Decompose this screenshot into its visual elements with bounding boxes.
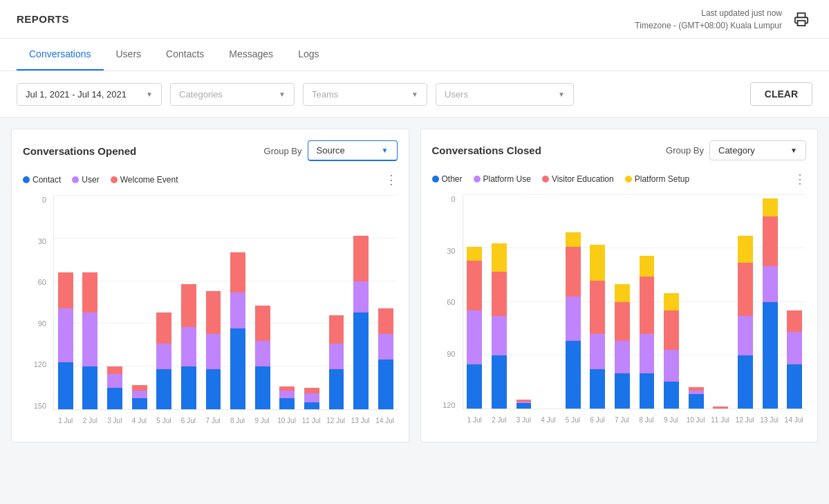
groupby-select-left[interactable]: Source ▼ <box>308 140 398 161</box>
x-label: 4 Jul <box>536 413 561 430</box>
bar-segment <box>763 216 778 266</box>
bar-segment <box>467 247 482 261</box>
bar-segment <box>640 373 655 409</box>
users-chevron-icon: ▼ <box>558 91 565 98</box>
groupby-select-right[interactable]: Category ▼ <box>709 140 806 160</box>
x-label: 5 Jul <box>151 414 176 431</box>
x-axis-left: 1 Jul2 Jul3 Jul4 Jul5 Jul6 Jul7 Jul8 Jul… <box>53 414 398 431</box>
bar-segment <box>107 388 122 409</box>
bar-segment <box>738 263 753 316</box>
bar-group <box>611 195 634 409</box>
legend-contact: Contact <box>23 175 61 185</box>
x-label: 12 Jul <box>324 414 348 431</box>
teams-placeholder: Teams <box>312 89 338 100</box>
bar-group <box>54 196 77 409</box>
bar-segment <box>279 398 295 409</box>
bar-segment <box>640 334 655 373</box>
bar-segment <box>181 284 196 327</box>
bar-segment <box>615 302 630 342</box>
bar-segment <box>689 394 704 409</box>
groupby-label-left: Group By <box>264 146 302 156</box>
bar-segment <box>82 272 97 312</box>
bar-segment <box>738 316 753 355</box>
users-placeholder: Users <box>445 89 468 100</box>
bar-segment <box>329 369 344 409</box>
bar-segment <box>664 293 679 311</box>
legend-dot-visitor-education <box>542 176 549 183</box>
groupby-label-right: Group By <box>666 145 704 156</box>
y-axis-right: 120 90 60 30 0 <box>432 195 460 409</box>
tab-messages[interactable]: Messages <box>216 39 286 71</box>
legend-dot-platform-setup <box>625 176 632 183</box>
bar-segment <box>787 332 802 364</box>
bar-segment <box>590 369 605 409</box>
x-axis-right: 1 Jul2 Jul3 Jul4 Jul5 Jul6 Jul7 Jul8 Jul… <box>463 413 807 430</box>
x-label: 2 Jul <box>487 413 512 430</box>
users-filter[interactable]: Users ▼ <box>436 83 574 106</box>
x-label: 8 Jul <box>634 413 659 430</box>
legend-platform-use: Platform Use <box>474 174 531 184</box>
x-label: 7 Jul <box>201 414 225 431</box>
bar-segment <box>132 385 147 391</box>
bar-segment <box>615 341 630 373</box>
chart-opened-header: Conversations Opened Group By Source ▼ <box>23 140 398 161</box>
bar-segment <box>590 334 605 369</box>
bar-segment <box>279 391 295 398</box>
tab-conversations[interactable]: Conversations <box>17 39 104 71</box>
bar-segment <box>329 344 344 369</box>
bar-segment <box>255 341 270 366</box>
bar-segment <box>664 382 679 409</box>
legend-more-right[interactable]: ⋮ <box>794 171 806 187</box>
chart-closed-title: Conversations Closed <box>432 144 661 156</box>
bar-group <box>300 196 324 409</box>
chart-closed-body: 120 90 60 30 0 1 Jul2 Jul3 Jul4 Jul5 Jul… <box>432 195 807 430</box>
charts-area: Conversations Opened Group By Source ▼ C… <box>0 118 829 454</box>
bar-group <box>758 195 782 409</box>
x-label: 6 Jul <box>176 414 201 431</box>
bar-segment <box>206 334 221 369</box>
chart-closed-header: Conversations Closed Group By Category ▼ <box>432 140 807 160</box>
print-icon[interactable] <box>790 8 812 30</box>
bar-group <box>275 196 299 409</box>
x-label: 10 Jul <box>274 414 299 431</box>
x-label: 11 Jul <box>299 414 324 431</box>
bars-area-right <box>463 195 807 409</box>
bar-segment <box>107 374 122 389</box>
bar-segment <box>353 312 369 409</box>
filters-bar: Jul 1, 2021 - Jul 14, 2021 ▼ Categories … <box>0 71 829 118</box>
x-label: 3 Jul <box>102 414 127 431</box>
legend-visitor-education: Visitor Education <box>542 174 614 184</box>
chart-opened-title: Conversations Opened <box>23 145 259 157</box>
bar-group <box>226 196 250 409</box>
bar-group <box>487 195 511 409</box>
categories-filter[interactable]: Categories ▼ <box>170 83 295 106</box>
legend-more-left[interactable]: ⋮ <box>385 172 398 187</box>
tab-logs[interactable]: Logs <box>286 39 331 71</box>
bar-segment <box>255 366 270 409</box>
bar-segment <box>640 256 655 277</box>
bar-segment <box>590 245 605 280</box>
date-range-filter[interactable]: Jul 1, 2021 - Jul 14, 2021 ▼ <box>17 83 162 106</box>
x-label: 1 Jul <box>53 414 78 431</box>
teams-filter[interactable]: Teams ▼ <box>303 83 427 106</box>
bar-segment <box>255 306 270 341</box>
tab-users[interactable]: Users <box>104 39 154 71</box>
tabs-bar: Conversations Users Contacts Messages Lo… <box>0 39 829 71</box>
bar-segment <box>58 272 73 308</box>
x-label: 5 Jul <box>561 413 586 430</box>
bar-group <box>783 195 806 409</box>
legend-user: User <box>72 175 99 185</box>
clear-button[interactable]: CLEAR <box>750 82 812 106</box>
x-label: 13 Jul <box>757 413 782 430</box>
bar-segment <box>378 308 393 334</box>
x-label: 7 Jul <box>610 413 635 430</box>
bars-area-left <box>53 196 398 410</box>
bar-segment <box>181 327 196 367</box>
bar-segment <box>738 236 753 263</box>
bar-group <box>635 195 659 409</box>
bar-segment <box>467 364 482 409</box>
chart-closed-groupby: Group By Category ▼ <box>666 140 806 160</box>
chart-opened: Conversations Opened Group By Source ▼ C… <box>11 129 409 442</box>
bar-group <box>103 196 127 409</box>
tab-contacts[interactable]: Contacts <box>153 39 216 71</box>
